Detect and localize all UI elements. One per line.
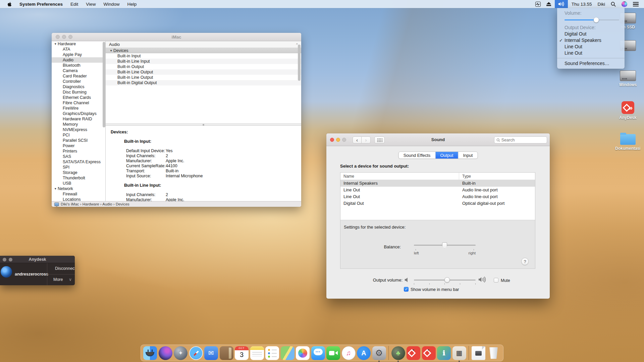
panel-header[interactable]: Audio ^ — [106, 41, 301, 48]
sound-preferences-menu-item[interactable]: Sound Preferences… — [557, 60, 625, 67]
dock-photos[interactable] — [296, 346, 310, 360]
dock-finder[interactable] — [143, 346, 157, 360]
active-app-menu[interactable]: System Preferences — [19, 2, 63, 7]
sidebar-item[interactable]: Apple Pay — [52, 52, 105, 57]
dock-anydesk-2[interactable] — [422, 346, 436, 360]
output-volume-slider[interactable] — [414, 277, 476, 283]
window-titlebar[interactable]: iMac — [52, 33, 301, 41]
menu-item[interactable]: Window — [103, 2, 119, 7]
dock-safari[interactable] — [189, 346, 203, 360]
sidebar-item[interactable]: Camera — [52, 68, 105, 73]
sidebar-item[interactable]: Memory — [52, 122, 105, 127]
dock-trash[interactable] — [487, 346, 500, 360]
siri-status-item[interactable] — [622, 0, 627, 8]
menu-item[interactable]: Help — [127, 2, 137, 7]
splitter-handle[interactable] — [106, 123, 301, 126]
dock-siri[interactable] — [159, 346, 172, 360]
dock-system-preferences[interactable]: ⚙ — [372, 346, 386, 360]
volume-menu-device[interactable]: Line Out — [557, 50, 625, 56]
desktop-icon-anydesk[interactable]: AnyDesk — [616, 101, 640, 120]
sidebar-item[interactable]: ▼Hardware — [52, 41, 105, 47]
dock-appstore[interactable]: A — [357, 346, 371, 360]
dock-hackintool[interactable]: ▦ — [452, 346, 466, 360]
back-button[interactable]: ‹ — [353, 136, 362, 143]
sidebar-item[interactable]: Parallel SCSI — [52, 138, 105, 143]
output-volume-knob[interactable] — [444, 277, 450, 283]
sidebar-item[interactable]: ATA — [52, 47, 105, 52]
desktop-icon-dokumentasi[interactable]: Dokumentasi — [616, 133, 640, 151]
window-titlebar[interactable]: Sound ‹ › — [326, 133, 550, 146]
sidebar-item[interactable]: Storage — [52, 170, 105, 175]
menu-item[interactable]: View — [86, 2, 96, 7]
dock-messages[interactable] — [311, 346, 325, 360]
tab-input[interactable]: Input — [458, 152, 477, 159]
search-field[interactable] — [494, 136, 547, 143]
dock-separator[interactable] — [388, 346, 389, 360]
table-header[interactable]: Name Type — [340, 173, 535, 180]
dock-launchpad[interactable]: ✦ — [174, 346, 187, 360]
sound-device-row[interactable]: Line Out Audio line-out port — [340, 193, 535, 200]
window-titlebar[interactable]: Anydesk — [0, 256, 75, 263]
dock-facetime[interactable] — [326, 346, 340, 360]
sidebar-item[interactable]: Diagnostics — [52, 84, 105, 89]
search-input[interactable] — [501, 138, 545, 142]
help-button[interactable]: ? — [521, 258, 529, 265]
sound-device-row[interactable]: Digital Out Optical digital-out port — [340, 200, 535, 207]
volume-slider[interactable] — [565, 17, 619, 22]
breadcrumb[interactable]: Diki's iMac › Hardware › Audio › Devices — [61, 202, 129, 206]
apple-menu[interactable] — [7, 2, 12, 7]
sidebar-item[interactable]: Ethernet Cards — [52, 95, 105, 100]
mute-checkbox[interactable] — [494, 278, 498, 283]
sidebar-item[interactable]: Controller — [52, 79, 105, 84]
eject-status-item[interactable] — [546, 0, 551, 8]
balance-slider-knob[interactable] — [442, 242, 447, 249]
volume-slider-knob[interactable] — [594, 17, 599, 22]
audio-device-row[interactable]: Built-in Output — [106, 64, 301, 69]
tab-output[interactable]: Output — [435, 152, 458, 159]
sound-device-row[interactable]: Internal Speakers Built-in — [340, 180, 535, 187]
audio-device-row[interactable]: Built-in Line Input — [106, 59, 301, 64]
audio-device-row[interactable]: Built-in Line Output — [106, 69, 301, 75]
sidebar-item[interactable]: SAS — [52, 154, 105, 159]
tab-sound-effects[interactable]: Sound Effects — [399, 152, 436, 159]
sidebar-item[interactable]: Card Reader — [52, 73, 105, 79]
sound-device-row[interactable]: Line Out Audio line-out port — [340, 187, 535, 193]
volume-menu-device[interactable]: Digital Out — [557, 31, 625, 37]
sidebar-item[interactable]: SATA/SATA Express — [52, 159, 105, 165]
sidebar-item[interactable]: NVMExpress — [52, 127, 105, 132]
devices-group-row[interactable]: ▼Devices — [106, 48, 301, 53]
user-menu[interactable]: Diki — [598, 2, 605, 7]
sidebar-item[interactable]: Power — [52, 143, 105, 148]
detail-scrollbar[interactable] — [298, 45, 301, 81]
notification-center-item[interactable] — [633, 0, 639, 8]
sidebar-item[interactable]: Audio — [52, 57, 105, 63]
show-all-button[interactable] — [374, 136, 385, 143]
spotlight-status-item[interactable] — [611, 0, 616, 8]
dock-anydesk-1[interactable] — [407, 346, 420, 360]
sidebar-item[interactable]: Locations — [52, 197, 105, 201]
sidebar-item[interactable]: Hardware RAID — [52, 116, 105, 122]
more-button[interactable]: More ∨ — [47, 275, 75, 285]
disconnect-button[interactable]: Disconnect — [47, 263, 75, 274]
balance-slider[interactable] — [414, 242, 476, 248]
sidebar-item[interactable]: SPI — [52, 165, 105, 170]
sidebar-item[interactable]: Fibre Channel — [52, 100, 105, 106]
forward-button[interactable]: › — [362, 136, 371, 143]
clock[interactable]: Thu 13.55 — [572, 2, 592, 7]
sidebar-item[interactable]: Firewall — [52, 191, 105, 197]
sidebar-item[interactable]: PCI — [52, 132, 105, 138]
audio-device-row[interactable]: Built-in Input — [106, 53, 301, 59]
sidebar-item[interactable]: USB — [52, 181, 105, 186]
sidebar-scrollbar[interactable] — [103, 42, 105, 127]
audio-device-row[interactable]: Built-in Line Output — [106, 75, 301, 80]
sidebar-item[interactable]: Printers — [52, 148, 105, 154]
dock-mail[interactable]: ✉ — [204, 346, 218, 360]
volume-menu-device[interactable]: Line Out — [557, 44, 625, 50]
dock-notes[interactable] — [250, 346, 264, 360]
sidebar-item[interactable]: Bluetooth — [52, 63, 105, 68]
dock-clover[interactable]: ♣ — [391, 346, 405, 360]
sidebar-item[interactable]: Disc Burning — [52, 89, 105, 95]
audio-device-row[interactable]: Built-in Digital Output — [106, 80, 301, 85]
dock-maps[interactable] — [281, 346, 294, 360]
dock-document[interactable] — [472, 346, 485, 360]
